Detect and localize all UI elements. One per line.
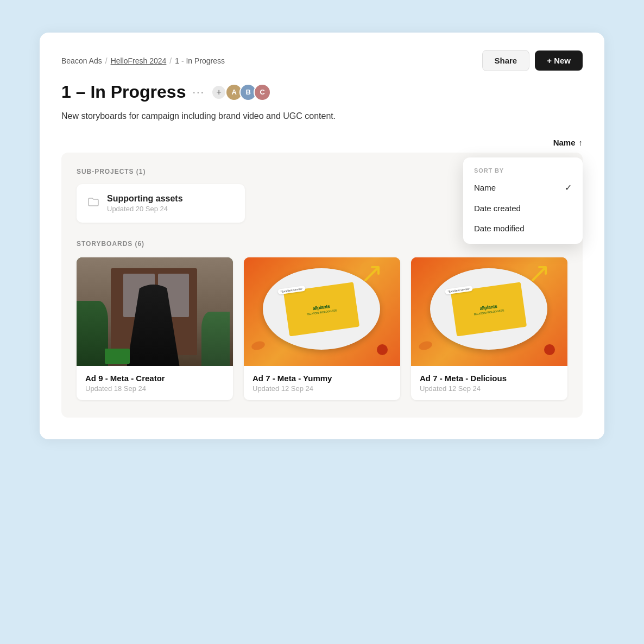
menu-dots-button[interactable]: ··· bbox=[192, 86, 205, 98]
storyboard-thumb-2: "Excellent service" allplants RIGATONI B… bbox=[244, 257, 400, 366]
allplants-badge: "Excellent service" bbox=[277, 286, 306, 295]
plant-left bbox=[77, 301, 108, 366]
bg-chip2 bbox=[377, 344, 388, 355]
storyboard-info-3: Ad 7 - Meta - Delicious Updated 12 Sep 2… bbox=[411, 366, 567, 400]
allplants-arrow-icon-2 bbox=[528, 263, 560, 285]
storyboard-thumb-3: "Excellent service" allplants RIGATONI B… bbox=[411, 257, 567, 366]
page-description: New storyboards for campaign including b… bbox=[61, 110, 583, 123]
allplants-box-2: "Excellent service" allplants RIGATONI B… bbox=[451, 282, 527, 336]
storyboard-date-3: Updated 12 Sep 24 bbox=[420, 384, 559, 393]
storyboard-date-1: Updated 18 Sep 24 bbox=[85, 384, 224, 393]
storyboard-name-1: Ad 9 - Meta - Creator bbox=[85, 374, 224, 383]
sort-active-label[interactable]: Name bbox=[553, 138, 576, 147]
sort-option-date-modified-label: Date modified bbox=[474, 224, 525, 233]
storyboard-date-2: Updated 12 Sep 24 bbox=[252, 384, 392, 393]
storyboard-card-2[interactable]: "Excellent service" allplants RIGATONI B… bbox=[244, 257, 400, 400]
main-card: Beacon Ads / HelloFresh 2024 / 1 - In Pr… bbox=[40, 33, 604, 439]
sub-project-date: Updated 20 Sep 24 bbox=[107, 205, 183, 213]
storyboard-grid: Ad 9 - Meta - Creator Updated 18 Sep 24 … bbox=[77, 257, 567, 400]
sort-option-date-created[interactable]: Date created bbox=[463, 198, 583, 218]
breadcrumb-parent[interactable]: HelloFresh 2024 bbox=[111, 56, 167, 65]
allplants-arrow-icon bbox=[361, 263, 393, 285]
storyboard-info-1: Ad 9 - Meta - Creator Updated 18 Sep 24 bbox=[77, 366, 233, 400]
storyboard-info-2: Ad 7 - Meta - Yummy Updated 12 Sep 24 bbox=[244, 366, 400, 400]
breadcrumb: Beacon Ads / HelloFresh 2024 / 1 - In Pr… bbox=[61, 56, 225, 65]
hellofresh-box bbox=[105, 349, 130, 364]
storyboard-name-2: Ad 7 - Meta - Yummy bbox=[252, 374, 392, 383]
sort-dropdown: SORT BY Name ✓ Date created Date modifie… bbox=[463, 157, 583, 244]
header-row: Beacon Ads / HelloFresh 2024 / 1 - In Pr… bbox=[61, 50, 583, 71]
header-actions: Share + New bbox=[482, 50, 583, 71]
thumb-person-scene bbox=[77, 257, 233, 366]
storyboard-card-1[interactable]: Ad 9 - Meta - Creator Updated 18 Sep 24 bbox=[77, 257, 233, 400]
new-button[interactable]: + New bbox=[535, 50, 583, 71]
bg-chip2-2 bbox=[544, 344, 555, 355]
avatar-3: C bbox=[254, 84, 271, 101]
sort-check-icon: ✓ bbox=[565, 182, 572, 193]
sort-option-date-created-label: Date created bbox=[474, 204, 521, 213]
sub-project-info: Supporting assets Updated 20 Sep 24 bbox=[107, 194, 183, 213]
breadcrumb-sep2: / bbox=[169, 56, 172, 65]
title-row: 1 – In Progress ··· + A B C bbox=[61, 82, 583, 102]
storyboard-name-3: Ad 7 - Meta - Delicious bbox=[420, 374, 559, 383]
allplants-badge-2: "Excellent service" bbox=[445, 286, 473, 295]
sort-bar: Name ↑ SORT BY Name ✓ Date created Date … bbox=[61, 138, 583, 153]
add-member-button[interactable]: + bbox=[211, 85, 226, 100]
breadcrumb-root: Beacon Ads bbox=[61, 56, 102, 65]
storyboard-card-3[interactable]: "Excellent service" allplants RIGATONI B… bbox=[411, 257, 567, 400]
plant-right bbox=[201, 312, 230, 366]
page-title: 1 – In Progress bbox=[61, 82, 186, 102]
sub-project-name: Supporting assets bbox=[107, 194, 183, 204]
sort-option-date-modified[interactable]: Date modified bbox=[463, 218, 583, 238]
allplants-box: "Excellent service" allplants RIGATONI B… bbox=[283, 282, 359, 336]
sort-dropdown-header: SORT BY bbox=[463, 163, 583, 177]
sort-option-name[interactable]: Name ✓ bbox=[463, 177, 583, 198]
sort-option-name-label: Name bbox=[474, 183, 496, 192]
folder-icon bbox=[87, 196, 99, 211]
avatar-group: + A B C bbox=[211, 84, 271, 101]
breadcrumb-current: 1 - In Progress bbox=[175, 56, 225, 65]
sort-arrow-icon[interactable]: ↑ bbox=[579, 138, 583, 147]
breadcrumb-sep1: / bbox=[105, 56, 108, 65]
storyboard-thumb-1 bbox=[77, 257, 233, 366]
sub-project-card[interactable]: Supporting assets Updated 20 Sep 24 bbox=[77, 184, 245, 223]
share-button[interactable]: Share bbox=[482, 50, 530, 71]
